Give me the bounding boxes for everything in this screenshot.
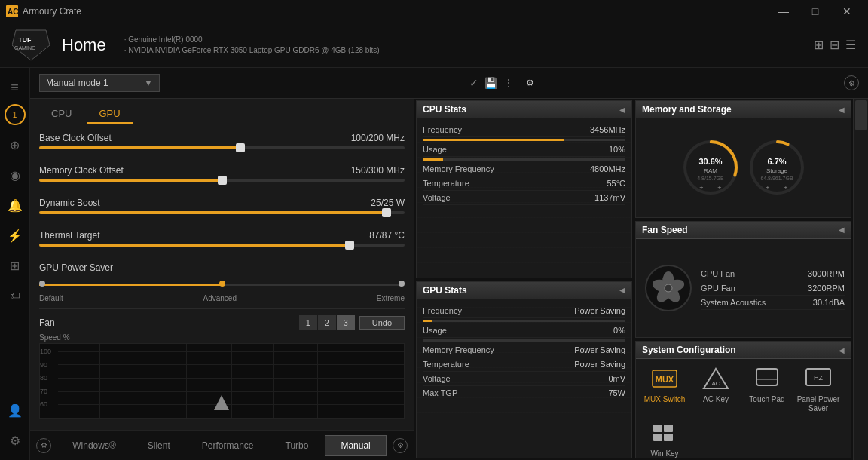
sidebar-item-lightning[interactable]: ⚡ — [2, 222, 29, 249]
cpu-gpu-tabs: CPU GPU — [30, 99, 414, 127]
preset-turbo[interactable]: Turbo — [270, 436, 324, 455]
sysconfig-win-key[interactable]: Win Key — [642, 419, 687, 458]
sysconfig-ac-key[interactable]: AC AC Key — [693, 365, 738, 413]
cpu-stats-panel: CPU Stats ◀ Frequency 3456MHz — [416, 100, 632, 278]
cpu-usage-label: Usage — [423, 145, 447, 154]
sysconfig-mux-switch[interactable]: MUX MUX Switch — [642, 365, 687, 413]
power-saver-track[interactable] — [39, 279, 405, 291]
ram-gauge: 30.6% RAM 4.8/15.7GB + + — [680, 137, 741, 198]
cpu-stat-usage: Usage 10% — [423, 143, 625, 157]
ps-label-advanced: Advanced — [203, 294, 236, 302]
header-info: · Genuine Intel(R) 0000 · NVIDIA NVIDIA … — [124, 35, 380, 56]
panel-power-saver-icon: HZ — [802, 365, 835, 392]
gpu-memfreq-label: Memory Frequency — [423, 345, 494, 354]
bottom-dot-right[interactable]: ⚙ — [393, 438, 408, 453]
svg-text:AC: AC — [711, 380, 720, 387]
settings-circle-right[interactable]: ⚙ — [844, 75, 859, 90]
tab-gpu[interactable]: GPU — [87, 105, 132, 124]
slider-boost-label: Dynamic Boost — [39, 198, 100, 208]
layout-icon-3[interactable]: ☰ — [845, 38, 856, 52]
app-title: Armoury Crate — [23, 6, 81, 17]
svg-rect-38 — [664, 434, 673, 441]
layout-icon-1[interactable]: ⊞ — [814, 38, 824, 52]
sidebar-item-settings[interactable]: ⚙ — [2, 427, 29, 454]
sidebar-item-monitor[interactable]: ◉ — [2, 161, 29, 189]
memory-storage-content: 30.6% RAM 4.8/15.7GB + + — [636, 118, 851, 217]
sidebar-item-grid[interactable]: ⊞ — [2, 252, 29, 279]
main-content-area: Manual mode 1 ▼ ✓ 💾 ⋮ ⚙ ⚙ CPU GPU — [30, 68, 868, 460]
sidebar-item-devices[interactable]: ⊕ — [2, 131, 29, 158]
cpu-temp-value: 55°C — [607, 179, 625, 188]
right-stats-area: CPU Stats ◀ Frequency 3456MHz — [414, 99, 868, 460]
gpu-stat-usage: Usage 0% — [423, 324, 625, 338]
tab-cpu[interactable]: CPU — [39, 105, 84, 124]
gpu-temp-value: Power Saving — [574, 360, 625, 369]
sidebar-item-bell[interactable]: 🔔 — [2, 192, 29, 219]
gpu-tgp-label: Max TGP — [423, 388, 457, 397]
cpu-volt-value: 1137mV — [594, 193, 625, 202]
cpu-stat-voltage: Voltage 1137mV — [423, 191, 625, 205]
header-icons: ⊞ ⊟ ☰ — [814, 38, 856, 52]
fan-speed-title: Fan Speed — [642, 225, 688, 235]
svg-rect-31 — [756, 369, 778, 385]
slider-thermal-track[interactable] — [39, 244, 405, 247]
preset-windows[interactable]: Windows® — [57, 436, 131, 455]
sidebar-item-menu[interactable]: ≡ — [2, 74, 29, 101]
slider-mem-track[interactable] — [39, 179, 405, 182]
storage-gauge: 6.7% Storage 64.8/961.7GB + + — [747, 137, 807, 198]
slider-base-clock: Base Clock Offset 100/200 MHz · · · · · … — [39, 133, 405, 153]
ps-label-default: Default — [39, 294, 63, 302]
undo-button[interactable]: Undo — [359, 316, 405, 330]
maximize-button[interactable]: □ — [800, 0, 830, 23]
minimize-button[interactable]: — — [769, 0, 799, 23]
sysconfig-panel-power-saver[interactable]: HZ Panel Power Saver — [796, 365, 841, 413]
sidebar-item-tag[interactable]: 🏷 — [2, 282, 29, 309]
svg-text:+: + — [766, 184, 769, 192]
fan-btn-2[interactable]: 2 — [318, 315, 336, 330]
app-icon: AC — [6, 5, 18, 17]
more-icon[interactable]: ⋮ — [503, 77, 514, 89]
gpu-freq-value: Power Saving — [574, 306, 625, 315]
cpu-stats-header: CPU Stats ◀ — [417, 101, 631, 118]
gpu-fan-value: 3200RPM — [808, 284, 845, 293]
ram-gauge-container: 30.6% RAM 4.8/15.7GB + + — [680, 137, 741, 198]
cpu-usage-value: 10% — [609, 145, 625, 154]
fan-btn-3[interactable]: 3 — [337, 315, 355, 330]
sysconfig-touchpad[interactable]: Touch Pad — [744, 365, 790, 413]
slider-base-clock-track[interactable] — [39, 146, 405, 149]
preset-performance[interactable]: Performance — [187, 436, 269, 455]
mem-storage-arrow: ◀ — [839, 106, 845, 114]
stats-column-1: CPU Stats ◀ Frequency 3456MHz — [414, 99, 634, 460]
mode-select-dropdown[interactable]: Manual mode 1 ▼ — [39, 74, 160, 92]
svg-text:HZ: HZ — [814, 374, 823, 382]
cpu-stat-temp: Temperature 55°C — [423, 176, 625, 191]
gpu-stats-arrow: ◀ — [619, 286, 625, 294]
sidebar-item-user[interactable]: 👤 — [2, 397, 29, 424]
titlebar-controls: — □ ✕ — [769, 0, 862, 23]
fan-chart-area — [58, 344, 404, 418]
sliders-area: Base Clock Offset 100/200 MHz · · · · · … — [30, 127, 414, 430]
fan-btn-1[interactable]: 1 — [299, 315, 317, 330]
cpu-fan-label: CPU Fan — [701, 269, 735, 278]
settings-circle-left[interactable]: ⚙ — [526, 78, 534, 88]
gpu-power-saver-section: GPU Power Saver Default Advanced — [39, 262, 405, 302]
sidebar-item-profile[interactable]: 1 — [5, 104, 26, 125]
fan-gauge-visual — [642, 262, 695, 314]
checkmark-icon[interactable]: ✓ — [469, 77, 478, 89]
bottom-dot-left[interactable]: ⚙ — [36, 438, 51, 453]
preset-silent[interactable]: Silent — [133, 436, 185, 455]
gpu-freq-label: Frequency — [423, 306, 462, 315]
svg-rect-35 — [653, 425, 662, 432]
cpu-stat-frequency: Frequency 3456MHz — [423, 123, 625, 137]
fan-speed-panel: Fan Speed ◀ — [635, 221, 851, 339]
win-key-icon — [648, 419, 681, 446]
fan-speed-label: Speed % — [39, 333, 405, 342]
cpu-memfreq-label: Memory Frequency — [423, 164, 494, 173]
titlebar-left: AC Armoury Crate — [6, 5, 81, 17]
slider-boost-track[interactable] — [39, 211, 405, 214]
close-button[interactable]: ✕ — [832, 0, 862, 23]
layout-icon-2[interactable]: ⊟ — [830, 38, 839, 52]
preset-manual[interactable]: Manual — [325, 435, 386, 456]
save-icon[interactable]: 💾 — [484, 77, 497, 89]
slider-base-clock-label: Base Clock Offset — [39, 133, 112, 143]
